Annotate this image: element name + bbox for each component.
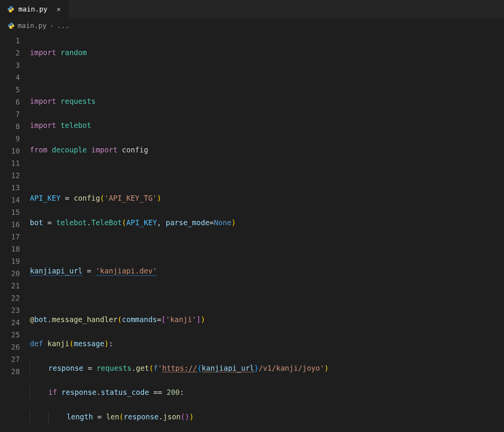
tab-bar: main.py ✕	[0, 0, 504, 18]
line-number: 27	[0, 353, 20, 365]
breadcrumb: main.py › ...	[0, 18, 504, 33]
editor[interactable]: 1 2 3 4 5 6 7 8 9 10 11 12 13 14 15 16 1…	[0, 33, 504, 432]
line-number: 19	[0, 255, 20, 267]
code-line[interactable]: length = len(response.json())	[30, 411, 504, 423]
line-number: 20	[0, 267, 20, 280]
python-icon	[7, 5, 15, 13]
code-line[interactable]	[30, 168, 504, 180]
code-line[interactable]	[30, 241, 504, 253]
line-number: 25	[0, 329, 20, 341]
line-number: 5	[0, 83, 20, 96]
line-number: 8	[0, 120, 20, 133]
tab-main-py[interactable]: main.py ✕	[0, 0, 69, 18]
line-number: 6	[0, 96, 20, 108]
line-number: 4	[0, 71, 20, 83]
line-number: 16	[0, 218, 20, 231]
line-number: 7	[0, 108, 20, 120]
breadcrumb-file[interactable]: main.py	[8, 20, 47, 31]
line-number: 13	[0, 182, 20, 194]
close-icon[interactable]: ✕	[57, 3, 61, 15]
code-line[interactable]	[30, 289, 504, 301]
line-number: 1	[0, 34, 20, 47]
line-number: 28	[0, 365, 20, 378]
code-line[interactable]: import random	[30, 46, 504, 59]
code-line[interactable]: def kanji(message):	[30, 337, 504, 350]
code-line[interactable]: @bot.message_handler(commands=['kanji'])	[30, 313, 504, 326]
code-line[interactable]: bot = telebot.TeleBot(API_KEY, parse_mod…	[30, 216, 504, 229]
line-number: 3	[0, 59, 20, 71]
line-number: 17	[0, 231, 20, 243]
line-number: 9	[0, 133, 20, 145]
line-number: 24	[0, 316, 20, 329]
line-number: 14	[0, 194, 20, 206]
code-line[interactable]: response = requests.get(f'https://{kanji…	[30, 362, 504, 374]
line-number: 11	[0, 157, 20, 169]
line-number: 23	[0, 304, 20, 316]
breadcrumb-more[interactable]: ...	[57, 20, 70, 31]
line-number: 22	[0, 292, 20, 304]
code-area[interactable]: import random import requests import tel…	[30, 34, 504, 432]
code-line[interactable]: import telebot	[30, 119, 504, 131]
code-line[interactable]: from decouple import config	[30, 144, 504, 156]
line-number: 15	[0, 206, 20, 218]
line-number: 21	[0, 280, 20, 292]
code-line[interactable]: import requests	[30, 95, 504, 107]
code-line[interactable]: kanjiapi_url = 'kanjiapi.dev'	[30, 265, 504, 277]
breadcrumb-file-label: main.py	[18, 20, 47, 31]
code-line[interactable]: if response.status_code == 200:	[30, 386, 504, 398]
line-number-gutter: 1 2 3 4 5 6 7 8 9 10 11 12 13 14 15 16 1…	[0, 34, 30, 432]
line-number: 26	[0, 341, 20, 353]
line-number: 10	[0, 145, 20, 157]
line-number: 12	[0, 169, 20, 182]
chevron-right-icon: ›	[50, 20, 54, 31]
code-line[interactable]: API_KEY = config('API_KEY_TG')	[30, 192, 504, 204]
tab-filename: main.py	[18, 3, 47, 15]
line-number: 2	[0, 47, 20, 59]
code-line[interactable]	[30, 71, 504, 83]
line-number: 18	[0, 243, 20, 255]
